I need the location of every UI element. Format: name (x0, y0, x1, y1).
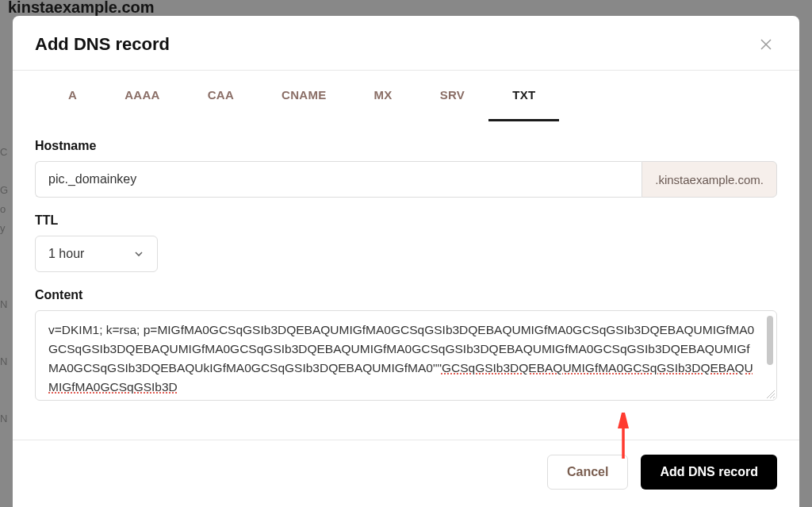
background-page-title: kinstaexample.com (8, 0, 155, 17)
svg-line-3 (770, 394, 775, 398)
modal-title: Add DNS record (35, 34, 170, 55)
close-icon (760, 38, 772, 51)
hostname-input[interactable] (35, 161, 642, 198)
content-wrap: v=DKIM1; k=rsa; p=MIGfMA0GCSqGSIb3DQEBAQ… (35, 310, 777, 401)
add-dns-record-modal: Add DNS record A AAAA CAA CNAME MX SRV T… (13, 16, 799, 507)
ttl-group: TTL 1 hour (35, 213, 777, 272)
tab-caa[interactable]: CAA (184, 71, 258, 121)
ttl-select[interactable]: 1 hour (35, 236, 158, 272)
hostname-suffix: .kinstaexample.com. (642, 161, 777, 198)
ttl-value: 1 hour (48, 247, 133, 261)
svg-line-4 (773, 397, 775, 398)
tab-srv[interactable]: SRV (416, 71, 488, 121)
resize-handle-icon (765, 389, 775, 398)
ttl-label: TTL (35, 213, 777, 228)
scrollbar-thumb[interactable] (767, 316, 773, 365)
tab-txt[interactable]: TXT (488, 71, 559, 121)
content-textarea[interactable]: v=DKIM1; k=rsa; p=MIGfMA0GCSqGSIb3DQEBAQ… (35, 310, 777, 401)
hostname-group: Hostname .kinstaexample.com. (35, 139, 777, 198)
cancel-button[interactable]: Cancel (547, 455, 628, 490)
submit-button[interactable]: Add DNS record (641, 455, 777, 490)
content-label: Content (35, 288, 777, 302)
tab-mx[interactable]: MX (350, 71, 416, 121)
tab-a[interactable]: A (44, 71, 101, 121)
content-group: Content v=DKIM1; k=rsa; p=MIGfMA0GCSqGSI… (35, 288, 777, 401)
background-left-text: CGoyNNN (0, 143, 8, 428)
tab-aaaa[interactable]: AAAA (101, 71, 184, 121)
svg-line-2 (767, 390, 775, 398)
modal-header: Add DNS record (13, 16, 799, 70)
hostname-row: .kinstaexample.com. (35, 161, 777, 198)
hostname-label: Hostname (35, 139, 777, 153)
close-button[interactable] (755, 33, 777, 56)
chevron-down-icon (133, 248, 144, 259)
modal-footer: Cancel Add DNS record (13, 440, 799, 507)
record-type-tabs: A AAAA CAA CNAME MX SRV TXT (13, 71, 799, 121)
modal-body: Hostname .kinstaexample.com. TTL 1 hour … (13, 121, 799, 440)
tab-cname[interactable]: CNAME (258, 71, 350, 121)
